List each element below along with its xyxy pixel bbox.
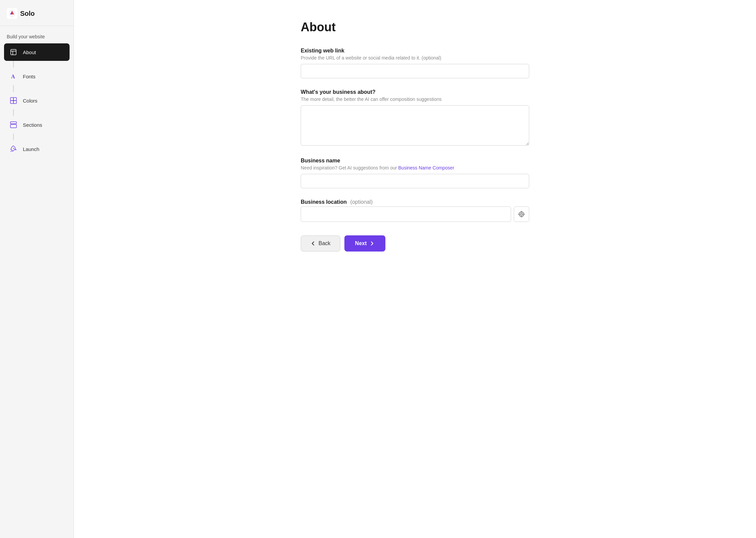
sidebar-item-launch-label: Launch <box>23 146 39 152</box>
launch-icon <box>8 144 19 154</box>
svg-rect-6 <box>13 98 16 101</box>
svg-point-11 <box>13 148 14 149</box>
sidebar-item-about-label: About <box>23 49 36 55</box>
business-about-input[interactable] <box>301 105 529 146</box>
business-name-field-group: Business name Need inspiration? Get AI s… <box>301 158 529 188</box>
svg-rect-5 <box>10 98 13 101</box>
fonts-icon: A <box>8 71 19 82</box>
sidebar-item-sections[interactable]: Sections <box>4 116 70 133</box>
svg-text:A: A <box>11 74 15 79</box>
business-about-label: What's your business about? <box>301 89 529 95</box>
business-location-input[interactable] <box>301 206 511 222</box>
svg-rect-8 <box>13 101 16 104</box>
button-row: Back Next <box>301 235 529 252</box>
solo-logo-icon <box>7 8 17 19</box>
connector-4 <box>13 133 14 140</box>
location-detect-button[interactable] <box>514 206 529 222</box>
next-arrow-icon <box>369 241 375 246</box>
sidebar-build-label: Build your website <box>0 26 74 43</box>
business-name-input[interactable] <box>301 174 529 188</box>
svg-point-13 <box>520 213 522 215</box>
sidebar: Solo Build your website About A Fonts <box>0 0 74 538</box>
web-link-label: Existing web link <box>301 48 529 54</box>
form-container: About Existing web link Provide the URL … <box>301 20 529 518</box>
business-location-label: Business location (optional) <box>301 199 529 205</box>
sidebar-item-fonts[interactable]: A Fonts <box>4 68 70 85</box>
web-link-sublabel: Provide the URL of a website or social m… <box>301 55 529 61</box>
location-detect-icon <box>518 211 525 218</box>
app-name: Solo <box>20 10 35 17</box>
business-name-composer-link[interactable]: Business Name Composer <box>398 165 454 170</box>
web-link-input[interactable] <box>301 64 529 78</box>
next-button[interactable]: Next <box>344 235 386 252</box>
back-arrow-icon <box>310 241 316 246</box>
business-about-sublabel: The more detail, the better the AI can o… <box>301 97 529 102</box>
main-content: About Existing web link Provide the URL … <box>74 0 756 538</box>
web-link-field-group: Existing web link Provide the URL of a w… <box>301 48 529 78</box>
svg-point-12 <box>519 212 524 217</box>
connector-2 <box>13 85 14 92</box>
svg-rect-1 <box>11 49 16 55</box>
logo-area: Solo <box>0 0 74 26</box>
svg-rect-9 <box>10 122 16 124</box>
business-name-label: Business name <box>301 158 529 164</box>
sidebar-nav: About A Fonts Colors <box>0 43 74 158</box>
sections-icon <box>8 119 19 130</box>
layout-icon <box>8 47 19 57</box>
colors-icon <box>8 95 19 106</box>
back-button[interactable]: Back <box>301 235 340 252</box>
connector-3 <box>13 109 14 116</box>
sidebar-item-colors-label: Colors <box>23 98 37 104</box>
location-row <box>301 206 529 222</box>
sidebar-item-sections-label: Sections <box>23 122 42 128</box>
sidebar-item-about[interactable]: About <box>4 43 70 61</box>
svg-rect-7 <box>10 101 13 104</box>
sidebar-item-colors[interactable]: Colors <box>4 92 70 109</box>
connector-1 <box>13 61 14 68</box>
business-location-field-group: Business location (optional) <box>301 199 529 222</box>
sidebar-item-launch[interactable]: Launch <box>4 140 70 158</box>
page-title: About <box>301 20 529 34</box>
svg-rect-10 <box>10 124 16 128</box>
business-about-field-group: What's your business about? The more det… <box>301 89 529 147</box>
business-name-sublabel: Need inspiration? Get AI suggestions fro… <box>301 165 529 170</box>
sidebar-item-fonts-label: Fonts <box>23 74 36 79</box>
